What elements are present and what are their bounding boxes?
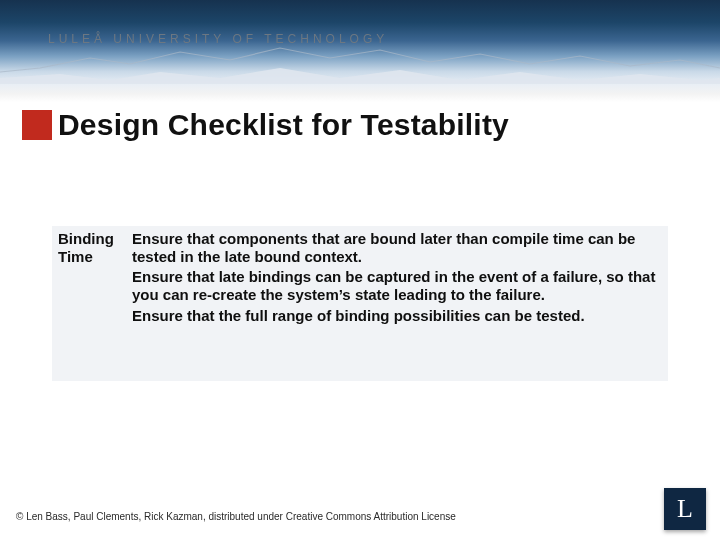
title-row: Design Checklist for Testability <box>22 108 700 142</box>
row-label: Binding Time <box>52 226 126 337</box>
table-row: Binding Time Ensure that components that… <box>52 226 668 337</box>
row-content: Ensure that components that are bound la… <box>126 226 668 337</box>
title-bullet-icon <box>22 110 52 140</box>
checklist-table: Binding Time Ensure that components that… <box>52 226 668 381</box>
footer-attribution: © Len Bass, Paul Clements, Rick Kazman, … <box>16 511 456 522</box>
banner: LULEÅ UNIVERSITY OF TECHNOLOGY <box>0 0 720 102</box>
empty-cell <box>126 337 668 381</box>
slide: LULEÅ UNIVERSITY OF TECHNOLOGY Design Ch… <box>0 0 720 540</box>
table-row <box>52 337 668 381</box>
svg-marker-0 <box>0 68 720 84</box>
university-name: LULEÅ UNIVERSITY OF TECHNOLOGY <box>48 32 388 46</box>
slide-title: Design Checklist for Testability <box>58 108 509 142</box>
content-paragraph: Ensure that components that are bound la… <box>132 230 660 265</box>
content-paragraph: Ensure that the full range of binding po… <box>132 307 660 325</box>
university-logo: L <box>664 488 706 530</box>
empty-cell <box>52 337 126 381</box>
content-paragraph: Ensure that late bindings can be capture… <box>132 268 660 303</box>
logo-letter: L <box>677 494 693 524</box>
